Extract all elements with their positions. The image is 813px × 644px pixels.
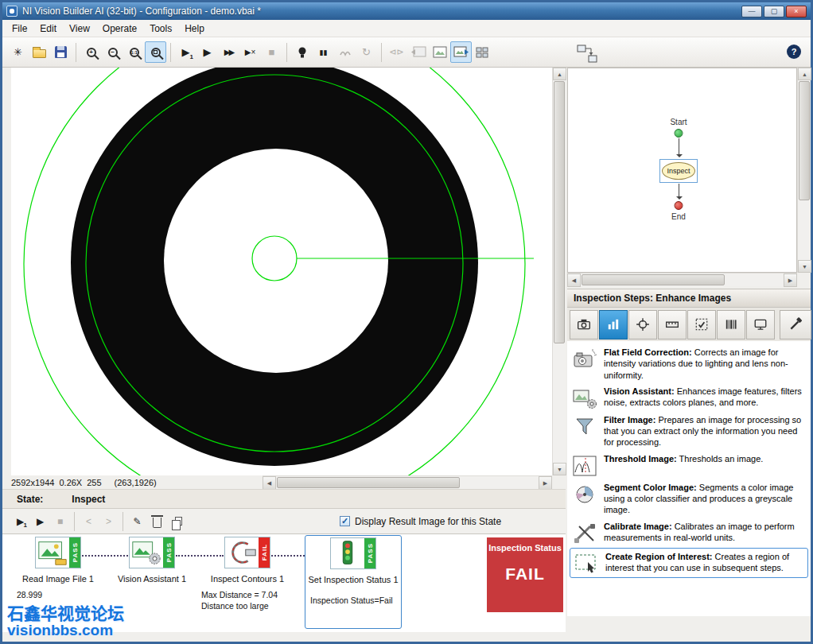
acquire-images-icon: [577, 317, 591, 332]
open-inspection-button[interactable]: [29, 41, 50, 63]
palette-measure-features-button[interactable]: [658, 310, 687, 339]
next-image-button[interactable]: [450, 41, 472, 63]
scroll-left-arrow[interactable]: ◀: [263, 476, 276, 490]
pause-button[interactable]: ▮▮: [313, 41, 334, 63]
scroll-right-arrow[interactable]: ▶: [784, 274, 797, 287]
pan-image-button[interactable]: [334, 41, 356, 63]
next-step-button[interactable]: >: [99, 511, 119, 531]
palette-communicate-button[interactable]: [746, 310, 775, 339]
image-display-button[interactable]: [429, 41, 450, 63]
run-loop-icon: ▶▶: [224, 48, 233, 56]
scroll-up-arrow[interactable]: ▲: [553, 68, 566, 80]
scroll-down-arrow[interactable]: ▼: [553, 463, 566, 475]
step-item-vision-assistant[interactable]: Vision Assistant: Enhances image feature…: [569, 383, 809, 412]
scroll-down-arrow[interactable]: ▼: [798, 260, 811, 273]
stop-state-button[interactable]: ■: [50, 511, 70, 531]
zoom-in-icon: +: [87, 48, 96, 57]
palette-identify-parts-button[interactable]: [717, 310, 745, 339]
help-button[interactable]: ?: [787, 45, 801, 59]
step-name: Read Image File 1: [14, 574, 103, 584]
step-name: Inspect Contours 1: [198, 574, 297, 584]
step-item-filter-image[interactable]: Filter Image: Prepares an image for proc…: [569, 412, 809, 451]
run-inspection-button[interactable]: ▶: [196, 41, 218, 63]
zoom-1-1-button[interactable]: 1:1: [123, 41, 145, 63]
palette-check-for-presence-button[interactable]: [687, 310, 716, 339]
trash-icon: [153, 518, 161, 528]
compare-images-button[interactable]: ⊲⊳: [386, 41, 407, 63]
toolbar-separator: [381, 43, 382, 62]
palette-enhance-images-button[interactable]: [599, 310, 628, 339]
display-result-checkbox[interactable]: ✓: [340, 516, 350, 526]
menu-operate[interactable]: Operate: [96, 21, 143, 37]
save-inspection-button[interactable]: [50, 41, 72, 63]
diagram-horizontal-scrollbar[interactable]: ◀ ▶: [567, 273, 797, 286]
edit-step-button[interactable]: ✎: [127, 511, 147, 531]
previous-step-button[interactable]: <: [79, 511, 99, 531]
menu-view[interactable]: View: [63, 21, 96, 37]
delete-step-button[interactable]: [147, 511, 167, 531]
inspection-steps-list: Flat Field Correction: Corrects an image…: [567, 341, 811, 616]
zoom-in-button[interactable]: +: [80, 41, 102, 63]
diagram-vertical-scrollbar[interactable]: ▲ ▼: [797, 68, 811, 273]
image-display-area[interactable]: [11, 68, 552, 475]
new-inspection-button[interactable]: ✳: [7, 41, 29, 63]
palette-locate-features-button[interactable]: [628, 310, 657, 339]
step-item-create-region-of-interest[interactable]: Create Region of Interest: Creates a reg…: [570, 548, 808, 578]
step-description: Thresholds an image.: [679, 454, 764, 464]
inspection-image[interactable]: [11, 68, 552, 475]
scroll-right-arrow[interactable]: ▶: [539, 476, 552, 490]
scroll-up-arrow[interactable]: ▲: [798, 68, 811, 80]
watermark-line2: visionbbs.com: [7, 622, 113, 639]
inspect-node-selection[interactable]: Inspect: [659, 159, 698, 183]
zoom-1-1-icon: 1:1: [130, 48, 139, 57]
image-thumbnails-button[interactable]: [472, 41, 493, 63]
close-button[interactable]: ×: [786, 6, 807, 17]
horizontal-scroll-thumb[interactable]: [582, 274, 725, 285]
run-state-once-button[interactable]: ▶1: [10, 511, 30, 531]
sequence-step-set-inspection-status[interactable]: PASS Set Inspection Status 1 Inspection …: [305, 535, 402, 629]
image-vertical-scrollbar[interactable]: ▲ ▼: [552, 68, 566, 475]
previous-image-button[interactable]: [407, 41, 429, 63]
image-display-icon: [433, 46, 447, 58]
menu-edit[interactable]: Edit: [33, 21, 63, 37]
image-horizontal-scrollbar[interactable]: ◀ ▶: [263, 475, 552, 489]
scroll-left-arrow[interactable]: ◀: [567, 274, 581, 287]
palette-acquire-images-button[interactable]: [570, 310, 598, 339]
step-item-calibrate-image[interactable]: Calibrate Image: Calibrates an image to …: [569, 518, 809, 547]
display-result-label: Display Result Image for this State: [355, 516, 501, 527]
start-node[interactable]: [675, 129, 683, 138]
run-state-button[interactable]: ▶: [30, 511, 50, 531]
view-state-diagram-button[interactable]: [574, 42, 601, 66]
zoom-to-fit-button[interactable]: [145, 41, 166, 63]
palette-use-additional-tools-button[interactable]: [780, 310, 811, 339]
maximize-button[interactable]: ▢: [764, 6, 784, 17]
highlight-results-button[interactable]: [291, 41, 313, 63]
sequence-step-vision-assistant[interactable]: PASS Vision Assistant 1: [107, 537, 196, 584]
copy-icon: [175, 517, 182, 526]
step-item-flat-field-correction[interactable]: Flat Field Correction: Corrects an image…: [569, 344, 809, 383]
horizontal-scroll-thumb[interactable]: [277, 477, 460, 488]
step-item-segment-color-image[interactable]: Segment Color Image: Segments a color im…: [569, 479, 809, 518]
menu-help[interactable]: Help: [178, 21, 211, 37]
zoom-to-fit-icon: [151, 48, 161, 57]
copy-step-button[interactable]: [167, 511, 187, 531]
menu-file[interactable]: File: [6, 21, 33, 37]
minimize-button[interactable]: —: [741, 6, 762, 17]
abort-inspection-button[interactable]: ▶×: [239, 41, 261, 63]
inspect-node[interactable]: Inspect: [662, 162, 695, 180]
stop-button[interactable]: ■: [261, 41, 282, 63]
vertical-scroll-thumb[interactable]: [554, 81, 565, 343]
sequence-step-inspect-contours[interactable]: FAIL Inspect Contours 1 Max Distance = 7…: [198, 537, 297, 611]
zoom-out-button[interactable]: −: [102, 41, 123, 63]
title-bar[interactable]: NI Vision Builder AI (32-bit) - Configur…: [2, 2, 811, 20]
sequence-step-read-image-file[interactable]: PASS Read Image File 1 28.999: [14, 537, 103, 601]
state-diagram-canvas[interactable]: Start Inspect End: [567, 68, 797, 273]
refresh-button[interactable]: ↻: [356, 41, 377, 63]
run-inspection-once-button[interactable]: ▶1: [175, 41, 196, 63]
menu-tools[interactable]: Tools: [143, 21, 178, 37]
end-node[interactable]: [675, 201, 683, 210]
run-inspection-loop-button[interactable]: ▶▶: [218, 41, 239, 63]
vertical-scroll-thumb[interactable]: [799, 81, 810, 200]
step-item-threshold-image[interactable]: Threshold Image: Thresholds an image.: [569, 451, 809, 479]
pixel-value: 255: [87, 478, 101, 487]
